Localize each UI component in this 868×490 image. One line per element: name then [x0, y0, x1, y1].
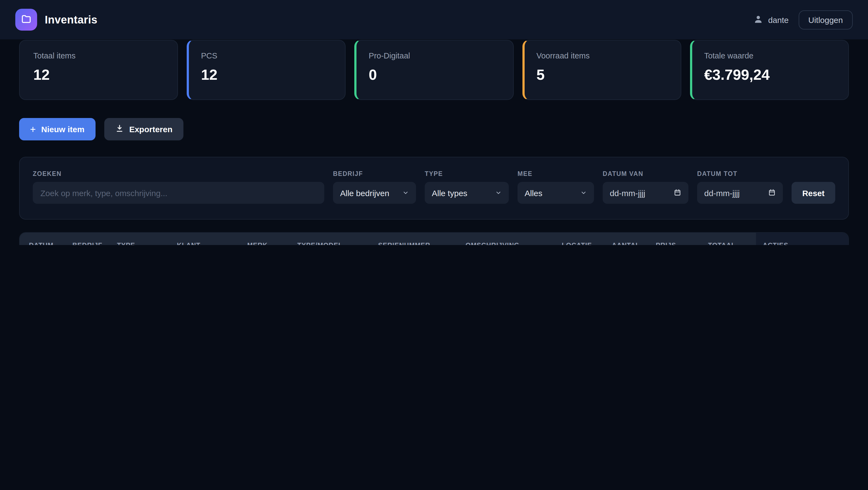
filter-date-to: DATUM TOT dd-mm-jjjj: [697, 170, 783, 204]
col-klant: KLANT: [170, 233, 241, 245]
export-label: Exporteren: [129, 124, 172, 134]
reset-button[interactable]: Reset: [792, 182, 835, 204]
col-bedrijf: BEDRIJF: [66, 233, 110, 245]
user-area: dante Uitloggen: [753, 10, 853, 29]
calendar-icon: [768, 188, 776, 198]
stat-card-totale-waarde: Totale waarde €3.799,24: [690, 40, 849, 100]
filter-reset: Reset: [792, 182, 835, 204]
folder-icon: [21, 13, 32, 26]
date-to-input[interactable]: dd-mm-jjjj: [697, 182, 783, 204]
stat-value: €3.799,24: [704, 67, 836, 84]
filter-mee: MEE Alles: [518, 170, 594, 204]
new-item-button[interactable]: + Nieuw item: [19, 118, 95, 140]
mee-select[interactable]: Alles: [518, 182, 594, 204]
date-from-label: DATUM VAN: [603, 170, 688, 177]
chevron-down-icon: [402, 188, 409, 198]
col-serienummer: SERIENUMMER: [371, 233, 459, 245]
date-from-value: dd-mm-jjjj: [610, 188, 645, 198]
stat-value: 0: [369, 67, 501, 84]
filter-type: TYPE Alle types: [425, 170, 509, 204]
stat-value: 12: [201, 67, 333, 84]
mee-label: MEE: [518, 170, 594, 177]
stat-card-totaal-items: Totaal items 12: [19, 40, 178, 100]
calendar-icon: [674, 188, 681, 198]
stats-row: Totaal items 12 PCS 12 Pro-Digitaal 0 Vo…: [19, 40, 849, 100]
company-selected-value: Alle bedrijven: [340, 188, 389, 198]
stat-label: PCS: [201, 51, 333, 60]
top-bar: Inventaris dante Uitloggen: [0, 0, 868, 39]
col-aantal: AANTAL: [605, 233, 649, 245]
type-selected-value: Alle types: [432, 188, 467, 198]
stat-card-pro-digitaal: Pro-Digitaal 0: [354, 40, 514, 100]
brand: Inventaris: [15, 9, 97, 31]
export-button[interactable]: Exporteren: [104, 118, 183, 140]
filter-date-from: DATUM VAN dd-mm-jjjj: [603, 170, 688, 204]
date-from-input[interactable]: dd-mm-jjjj: [603, 182, 688, 204]
col-datum: DATUM: [20, 233, 66, 245]
filter-search: ZOEKEN: [33, 170, 324, 204]
mee-selected-value: Alles: [525, 188, 542, 198]
filter-bar: ZOEKEN BEDRIJF Alle bedrijven TYPE: [19, 157, 849, 220]
username: dante: [768, 15, 788, 24]
col-prijs: PRIJS: [649, 233, 702, 245]
table-header-row: DATUM BEDRIJF TYPE KLANT MERK TYPE/MODEL…: [20, 233, 848, 245]
chevron-down-icon: [495, 188, 502, 198]
col-merk: MERK: [241, 233, 291, 245]
col-acties: ACTIES: [756, 233, 848, 245]
stat-value: 5: [536, 67, 669, 84]
search-label: ZOEKEN: [33, 170, 324, 177]
col-type: TYPE: [110, 233, 170, 245]
stat-card-pcs: PCS 12: [187, 40, 346, 100]
inventory-table: DATUM BEDRIJF TYPE KLANT MERK TYPE/MODEL…: [19, 232, 849, 245]
user-chip: dante: [753, 14, 788, 25]
toolbar: + Nieuw item Exporteren: [19, 118, 849, 140]
search-input[interactable]: [33, 182, 324, 204]
stat-label: Totaal items: [33, 51, 165, 60]
logout-button[interactable]: Uitloggen: [798, 10, 853, 29]
company-label: BEDRIJF: [333, 170, 416, 177]
date-to-label: DATUM TOT: [697, 170, 783, 177]
page-title: Inventaris: [45, 13, 97, 26]
inventaris-app: Inventaris dante Uitloggen Totaal items …: [0, 0, 868, 245]
stat-value: 12: [33, 67, 165, 84]
plus-icon: +: [30, 124, 36, 134]
stat-label: Totale waarde: [704, 51, 836, 60]
col-omschrijving: OMSCHRIJVING: [459, 233, 555, 245]
stat-label: Pro-Digitaal: [369, 51, 501, 60]
date-to-value: dd-mm-jjjj: [704, 188, 740, 198]
col-locatie: LOCATIE: [555, 233, 605, 245]
col-type-model: TYPE/MODEL: [291, 233, 371, 245]
col-totaal: TOTAAL: [702, 233, 756, 245]
main-content: Totaal items 12 PCS 12 Pro-Digitaal 0 Vo…: [0, 40, 868, 245]
app-logo: [15, 9, 37, 31]
company-select[interactable]: Alle bedrijven: [333, 182, 416, 204]
download-icon: [115, 124, 124, 134]
stat-label: Voorraad items: [536, 51, 669, 60]
new-item-label: Nieuw item: [41, 124, 84, 134]
stat-card-voorraad-items: Voorraad items 5: [522, 40, 681, 100]
type-select[interactable]: Alle types: [425, 182, 509, 204]
filter-company: BEDRIJF Alle bedrijven: [333, 170, 416, 204]
chevron-down-icon: [580, 188, 587, 198]
type-label: TYPE: [425, 170, 509, 177]
user-icon: [753, 14, 763, 25]
